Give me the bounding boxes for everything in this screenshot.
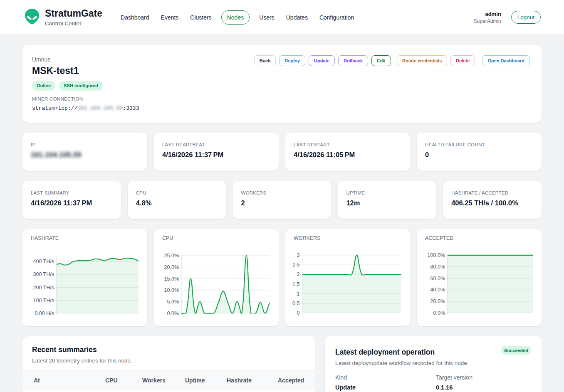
svg-text:10.0%: 10.0% — [164, 287, 179, 293]
svg-text:80.0%: 80.0% — [430, 264, 445, 270]
svg-text:0: 0 — [297, 310, 300, 316]
svg-text:100 TH/s: 100 TH/s — [33, 298, 54, 303]
svg-text:25.0%: 25.0% — [164, 253, 179, 259]
svg-text:300 TH/s: 300 TH/s — [33, 271, 54, 277]
svg-text:5.0%: 5.0% — [167, 299, 179, 305]
svg-text:15.0%: 15.0% — [164, 276, 179, 282]
svg-text:0.5: 0.5 — [292, 301, 299, 306]
svg-text:20.0%: 20.0% — [430, 298, 445, 304]
svg-text:20.0%: 20.0% — [164, 264, 179, 270]
svg-text:400 TH/s: 400 TH/s — [33, 259, 54, 264]
svg-text:200 TH/s: 200 TH/s — [33, 285, 54, 291]
svg-text:0.00 H/s: 0.00 H/s — [35, 311, 54, 316]
svg-text:3: 3 — [297, 252, 300, 258]
svg-text:1: 1 — [297, 291, 300, 297]
svg-text:0.0%: 0.0% — [433, 310, 445, 316]
svg-text:40.0%: 40.0% — [430, 287, 445, 293]
svg-text:60.0%: 60.0% — [430, 276, 445, 281]
svg-text:2: 2 — [297, 271, 300, 277]
svg-text:2.5: 2.5 — [292, 262, 299, 268]
svg-text:0.0%: 0.0% — [167, 311, 179, 316]
svg-text:1.5: 1.5 — [292, 281, 299, 287]
svg-text:100.0%: 100.0% — [428, 252, 445, 258]
